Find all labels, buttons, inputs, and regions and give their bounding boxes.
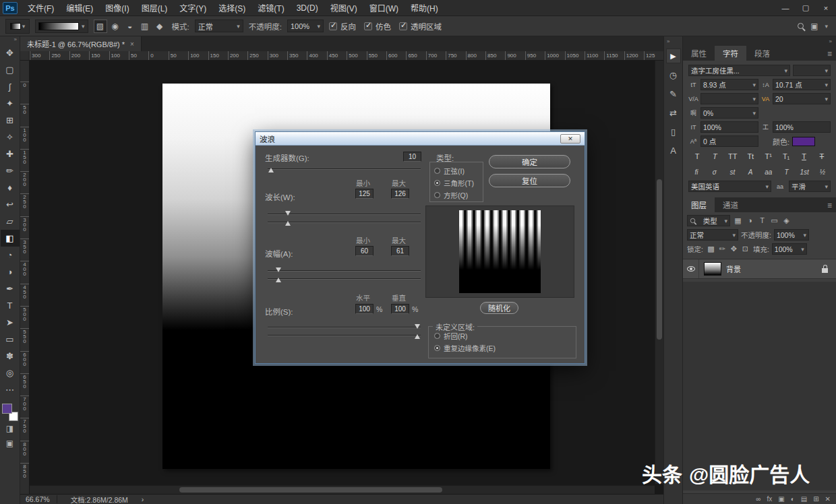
chevron-down-icon[interactable]: ▾ — [825, 23, 828, 30]
leading-select[interactable]: 10.71 点 ▾ — [773, 79, 831, 90]
clone-source-panel-icon[interactable]: ⇄ — [666, 105, 681, 120]
slider-thumb[interactable] — [285, 221, 291, 226]
mode-select[interactable]: 正常 ▾ — [195, 20, 243, 32]
format-button[interactable]: Tt — [743, 151, 758, 162]
menu-item[interactable]: 选择(S) — [212, 0, 251, 15]
layer-mask-icon[interactable]: ▣ — [778, 495, 784, 503]
type-filter-icon[interactable]: T — [757, 216, 767, 225]
diamond-gradient-icon[interactable]: ◆ — [153, 20, 167, 33]
pixel-filter-icon[interactable]: ▦ — [733, 216, 743, 225]
panel-tab[interactable]: 通道 — [715, 197, 746, 212]
type-tool[interactable]: T — [1, 297, 20, 314]
format-button[interactable]: T₁ — [779, 151, 794, 162]
pen-tool[interactable]: ✒ — [1, 280, 20, 297]
shape-filter-icon[interactable]: ▭ — [769, 216, 779, 225]
screen-mode-icon[interactable]: ▣ — [1, 436, 20, 451]
move-tool[interactable]: ✥ — [1, 44, 20, 61]
smart-object-filter-icon[interactable]: ◈ — [781, 216, 792, 225]
anti-alias-select[interactable]: 平滑 ▾ — [789, 181, 831, 192]
menu-item[interactable]: 滤镜(T) — [251, 0, 290, 15]
tsume-select[interactable]: 0% ▾ — [700, 107, 758, 119]
layer-row[interactable]: 背景 — [683, 259, 836, 279]
menu-item[interactable]: 视图(V) — [324, 0, 363, 15]
adjustment-layer-icon[interactable]: ◐ — [791, 495, 795, 503]
zoom-level[interactable]: 66.67% — [26, 495, 57, 503]
marquee-tool[interactable]: ▢ — [1, 61, 20, 78]
format-button[interactable]: T — [797, 151, 812, 162]
layer-style-icon[interactable]: fx — [767, 495, 772, 503]
angle-gradient-icon[interactable]: ◒ — [123, 20, 137, 33]
opacity-select[interactable]: 100% ▾ — [287, 20, 324, 32]
amplitude-max-slider[interactable] — [268, 276, 421, 283]
font-family-select[interactable]: 造字工房佳黑... ▾ — [688, 65, 790, 76]
dialog-close-button[interactable]: ✕ — [560, 134, 580, 144]
linear-gradient-icon[interactable]: ▧ — [94, 20, 107, 33]
workspace-icon[interactable]: ▣ — [810, 22, 818, 31]
format-button[interactable]: T¹ — [761, 151, 776, 162]
timeline-panel-icon[interactable]: ◷ — [666, 67, 681, 82]
scrollbar-thumb[interactable] — [179, 487, 442, 493]
wavelength-min-slider[interactable] — [268, 211, 421, 218]
opentype-button[interactable]: fi — [690, 167, 703, 177]
scale-horizontal-slider[interactable] — [268, 324, 421, 332]
minimize-button[interactable]: — — [775, 0, 796, 16]
quick-selection-tool[interactable]: ✦ — [1, 95, 20, 112]
lock-pixels-icon[interactable]: ✏ — [717, 245, 727, 253]
menu-item[interactable]: 图层(L) — [136, 0, 174, 15]
kerning-select[interactable]: ▾ — [700, 93, 758, 104]
menu-item[interactable]: 3D(D) — [291, 0, 324, 15]
panel-menu-icon[interactable]: ≡ — [827, 201, 836, 212]
actions-play-icon[interactable]: ▶ — [666, 49, 681, 63]
dodge-tool[interactable]: ◑ — [1, 263, 20, 280]
delete-layer-icon[interactable]: ✕ — [825, 495, 831, 503]
slider-thumb[interactable] — [415, 324, 420, 329]
crop-tool[interactable]: ⊞ — [1, 112, 20, 129]
lock-all-icon[interactable]: ⊡ — [740, 245, 750, 253]
format-button[interactable]: TT — [725, 151, 740, 162]
menu-item[interactable]: 帮助(H) — [405, 0, 444, 15]
link-layers-icon[interactable]: ∞ — [756, 495, 760, 503]
amplitude-min-input[interactable]: 60 — [355, 246, 374, 256]
foreground-color-swatch[interactable] — [2, 404, 12, 414]
font-size-select[interactable]: 8.93 点 ▾ — [700, 79, 758, 90]
randomize-button[interactable]: 随机化 — [480, 302, 518, 314]
toolbar-ellipsis[interactable]: ⋯ — [1, 381, 20, 398]
close-button[interactable]: × — [816, 0, 836, 16]
wavelength-min-input[interactable]: 125 — [355, 189, 374, 199]
collapse-panels-icon[interactable]: » — [829, 38, 832, 44]
panel-tab[interactable]: 属性 — [683, 46, 715, 61]
search-icon[interactable] — [798, 23, 804, 29]
panel-tab[interactable]: 字符 — [715, 46, 746, 61]
layer-group-icon[interactable]: ▤ — [801, 495, 807, 503]
slider-thumb[interactable] — [268, 168, 274, 172]
tool-preset-dropdown[interactable]: ▾ — [5, 19, 30, 34]
new-layer-icon[interactable]: ⊞ — [813, 495, 818, 503]
opentype-button[interactable]: σ — [708, 167, 721, 177]
blur-tool[interactable]: ◔ — [1, 247, 20, 263]
scrollbar-thumb[interactable] — [657, 179, 662, 340]
wavelength-max-slider[interactable] — [268, 219, 421, 226]
generators-input[interactable]: 10 — [403, 152, 421, 162]
opentype-button[interactable]: T — [780, 167, 794, 177]
wave-type-radio[interactable]: 正弦(I) — [434, 166, 479, 176]
ok-button[interactable]: 确定 — [489, 155, 570, 168]
wave-type-radio[interactable]: 方形(Q) — [434, 190, 479, 200]
layer-thumbnail[interactable] — [704, 262, 721, 276]
slider-thumb[interactable] — [285, 211, 291, 216]
history-brush-tool[interactable]: ↩ — [1, 196, 20, 213]
path-selection-tool[interactable]: ➤ — [1, 314, 20, 331]
vertical-scale-field[interactable]: 100% — [700, 121, 758, 133]
wave-type-radio[interactable]: 三角形(T) — [434, 178, 479, 188]
scale-horizontal-input[interactable]: 100 — [355, 304, 374, 314]
device-preview-panel-icon[interactable]: ▯ — [666, 124, 681, 139]
close-tab-icon[interactable]: × — [130, 40, 134, 48]
horizontal-scrollbar[interactable] — [30, 485, 655, 494]
menu-item[interactable]: 文字(Y) — [173, 0, 212, 15]
glyphs-panel-icon[interactable]: A — [666, 143, 681, 158]
reset-button[interactable]: 复位 — [489, 174, 570, 187]
restore-button[interactable]: ▢ — [796, 0, 816, 16]
opentype-button[interactable]: A — [744, 167, 757, 177]
document-tab[interactable]: 未标题-1 @ 66.7%(RGB/8#) * × — [20, 36, 142, 51]
brush-tool[interactable]: ✏ — [1, 162, 20, 179]
eraser-tool[interactable]: ▱ — [1, 213, 20, 230]
